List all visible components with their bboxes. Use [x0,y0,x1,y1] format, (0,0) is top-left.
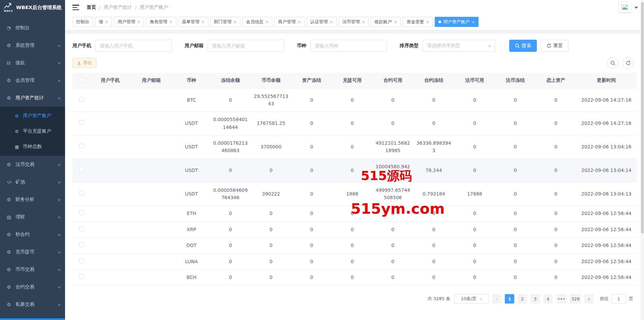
cell-value-合约可用: 499997.65744508506 [372,182,413,206]
sidebar-item-私募交易[interactable]: ⚙私募交易∨ [0,296,65,313]
row-checkbox[interactable] [79,144,84,148]
page-size-select[interactable]: 10条/页 ∨ [454,294,489,304]
cell-update-time: 2022-09-06 14:27:16 [576,112,637,135]
gear-icon: ⚙ [7,267,16,272]
sidebar-collapse-icon[interactable] [72,5,79,10]
row-checkbox[interactable] [79,226,84,231]
tab-认证管理[interactable]: 认证管理× [307,17,337,27]
close-icon[interactable]: × [394,20,397,24]
page-button-3[interactable]: 3 [530,294,540,304]
tab-部门管理[interactable]: 部门管理× [210,17,240,27]
sidebar-subitem-平台充提账户[interactable]: ⚙平台充提账户 [0,123,65,139]
tab-控制台[interactable]: 控制台 [72,17,93,27]
cell-value-合约可用: 4912101.568218985 [372,135,413,159]
goto-suffix: 页 [629,296,633,302]
sidebar-item-控制台[interactable]: ◔控制台 [0,19,65,37]
sidebar-item-会员管理[interactable]: ⚙会员管理∨ [0,72,65,89]
sidebar-item-秒合约[interactable]: ⚙秒合约∨ [0,226,65,243]
scrollbar-thumb[interactable] [641,2,644,234]
sidebar-subitem-用户资产账户[interactable]: ⚙用户资产账户 [0,108,65,123]
sidebar-item-充币提币[interactable]: ⚙充币提币∨ [0,243,65,261]
close-icon[interactable]: × [202,20,205,24]
row-checkbox[interactable] [79,242,84,247]
main-area: 首页 / 用户资产统计 / 用户资产账户 控制台借×用户管理×角色管理×菜单管理… [65,0,644,320]
prev-page-button[interactable]: ‹ [492,294,501,304]
loan-icon: ⊟ [7,60,16,66]
user-menu-caret-icon[interactable] [635,7,638,9]
avatar[interactable] [618,2,631,13]
tab-会员信息[interactable]: 会员信息× [242,17,272,27]
search-button[interactable]: 搜索 [509,40,537,52]
sidebar-subitem-币种总数[interactable]: ▦币种总数 [0,139,65,154]
close-icon[interactable]: × [234,20,237,24]
sidebar-item-法币交易[interactable]: ⚙法币交易∨ [0,156,65,173]
page-button-329[interactable]: 329 [570,294,581,304]
page-button-1[interactable]: 1 [505,294,514,304]
table-search-toggle-button[interactable] [607,57,618,69]
sidebar-item-矿池[interactable]: ‹/›矿池∨ [0,173,65,191]
tab-用户管理[interactable]: 用户管理× [114,17,144,27]
goto-page-input[interactable] [611,294,626,304]
close-icon[interactable]: × [471,20,474,24]
cell-value-冻结余额: 0.0000176213460863 [210,135,251,159]
cell-value-充提可用: 0 [332,112,373,135]
tab-用户资产账户[interactable]: 用户资产账户× [435,17,478,27]
cell-value-冻结余额: 0.0000584609764346 [210,182,251,206]
page-button-4[interactable]: 4 [543,294,553,304]
tab-label: 菜单管理 [182,19,200,25]
row-checkbox[interactable] [79,210,84,215]
reset-button[interactable]: 重置 [541,40,569,52]
page-scrollbar[interactable] [641,0,644,320]
tab-借[interactable]: 借× [95,17,112,27]
sidebar-item-用户资产统计[interactable]: ⚙用户资产统计∧ [0,89,65,107]
close-icon[interactable]: × [298,20,301,24]
tab-商户管理[interactable]: 商户管理× [274,17,304,27]
filter-input-用户邮箱[interactable] [208,40,284,52]
pager-more-button[interactable]: ••• [556,294,566,304]
column-header-币币余额: 币币余额 [251,73,292,88]
cell-value-合约可用: 0 [372,238,413,253]
row-select-cell [72,238,91,253]
breadcrumb-home[interactable]: 首页 [87,4,96,10]
sidebar-item-财务分析[interactable]: ⚙财务分析∨ [0,191,65,208]
tab-label: 部门管理 [214,19,232,25]
sidebar-item-合约交易[interactable]: ⚙合约交易∨ [0,278,65,296]
row-checkbox[interactable] [79,191,84,195]
sidebar-item-理财[interactable]: ▤理财∨ [0,208,65,226]
row-checkbox[interactable] [79,258,84,263]
tab-法币管理[interactable]: 法币管理× [339,17,369,27]
sidebar-item-系统管理[interactable]: ⚙系统管理∨ [0,37,65,54]
filter-input-币种[interactable] [310,40,387,52]
sidebar-item-币币交易[interactable]: ⚙币币交易∨ [0,261,65,278]
tab-角色管理[interactable]: 角色管理× [146,17,176,27]
cell-value-币币余额: 29.55256771343 [251,88,292,112]
cell-value-币币余额: 0 [251,238,292,253]
select-all-checkbox[interactable] [79,77,84,82]
close-icon[interactable]: × [426,20,429,24]
close-icon[interactable]: × [362,20,365,24]
sidebar-item-借款[interactable]: ⊟借款∨ [0,54,65,72]
filter-select-排序类型[interactable]: 请选择排序类型∨ [423,40,495,52]
close-icon[interactable]: × [105,20,108,24]
filter-input-用户手机[interactable] [95,40,172,52]
cell-value-法币冻结: 0 [495,238,536,253]
row-checkbox[interactable] [79,120,84,125]
tab-资金变更[interactable]: 资金变更× [403,17,433,27]
next-page-button[interactable]: › [584,294,594,304]
tab-菜单管理[interactable]: 菜单管理× [178,17,208,27]
close-icon[interactable]: × [266,20,269,24]
export-button[interactable]: 导出 [72,58,96,68]
table-refresh-button[interactable] [622,57,634,69]
cell-value-法币可用: 0 [454,135,495,159]
table-row: BCH0000000002022-09-06 12:56:44 [72,269,637,285]
row-checkbox[interactable] [79,274,84,279]
close-icon[interactable]: × [330,20,333,24]
cell-value-法币冻结: 0 [495,253,536,269]
row-checkbox[interactable] [79,97,84,102]
tab-收款账户[interactable]: 收款账户× [371,17,401,27]
cell-value-恋上资产: 0 [535,221,576,237]
row-checkbox[interactable] [79,167,84,172]
close-icon[interactable]: × [169,20,172,24]
page-button-2[interactable]: 2 [518,294,527,304]
close-icon[interactable]: × [137,20,140,24]
